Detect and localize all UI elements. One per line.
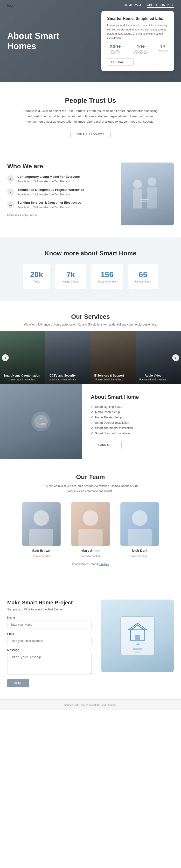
who-image bbox=[121, 162, 174, 225]
about-sh-item-2: Home Theater Setup bbox=[91, 416, 172, 419]
hero-stat-lbl-1: YEARS OF EXPERIENCE bbox=[129, 50, 153, 55]
svg-point-14 bbox=[83, 510, 98, 526]
hero-stat-lbl-2: AWARDS bbox=[158, 50, 168, 52]
who-item-0-desc: Sample text. Click to select the Text El… bbox=[17, 180, 80, 184]
see-all-products-button[interactable]: SEE ALL PRODUCTS bbox=[70, 130, 111, 138]
who-freepik: Image from Freepik Freepik bbox=[7, 214, 113, 216]
name-input[interactable] bbox=[7, 621, 92, 629]
svg-rect-4 bbox=[140, 199, 149, 200]
avatar-nick bbox=[120, 502, 159, 546]
about-sh-illustration: ⌂ SMART bbox=[29, 407, 53, 436]
hero-stat-lbl-0: HAPPY CLIENTS bbox=[107, 50, 123, 55]
team-member-nick: Nick Dark sales manager bbox=[118, 502, 161, 558]
who-item-0: 1 Contemporary Living Model For Everyone… bbox=[7, 175, 113, 184]
about-sh-heading: About Smart Home bbox=[91, 394, 172, 400]
service-title-1: CCTV and Security bbox=[49, 374, 77, 377]
contact-image: ((•)) bbox=[101, 599, 174, 672]
know-stat-num-1: 7k bbox=[62, 270, 79, 279]
contact-us-button[interactable]: CONTACT US bbox=[107, 59, 134, 66]
svg-point-1 bbox=[133, 180, 142, 189]
slider-prev-button[interactable]: ‹ bbox=[2, 354, 9, 361]
message-label: Message bbox=[7, 648, 92, 652]
avatar-mary bbox=[71, 502, 110, 546]
svg-rect-12 bbox=[29, 529, 53, 546]
who-item-2-desc: Sample text. Click to select the Text El… bbox=[17, 205, 81, 210]
who-num-0: 1 bbox=[7, 175, 14, 182]
email-label: Email bbox=[7, 632, 92, 636]
navbar: logo HOME PAGE ABOUT COMPANY bbox=[0, 0, 181, 11]
hero-stat-exp: 10+ YEARS OF EXPERIENCE bbox=[129, 44, 153, 55]
who-text: Who We are 1 Contemporary Living Model F… bbox=[7, 162, 113, 216]
service-card-text-1: CCTV and Security Ut enim ad minim venia… bbox=[49, 374, 77, 381]
about-sh-item-0: Smart Lighting Setup bbox=[91, 405, 172, 408]
svg-rect-23 bbox=[135, 634, 140, 640]
svg-point-17 bbox=[132, 510, 147, 526]
contact-illustration: ((•)) bbox=[116, 612, 159, 660]
bob-avatar-img bbox=[22, 502, 61, 546]
who-item-2-title: Building Services & Consumer Electronics bbox=[17, 201, 81, 204]
who-heading: Who We are bbox=[7, 162, 113, 170]
who-image-inner bbox=[121, 162, 174, 225]
hero-stat-awards: 17 AWARDS bbox=[158, 44, 168, 55]
slider-next-button[interactable]: › bbox=[172, 354, 179, 361]
service-desc-3: Ut enim ad minim veniam. bbox=[139, 378, 167, 381]
hero-stats: 300+ HAPPY CLIENTS 10+ YEARS OF EXPERIEN… bbox=[107, 44, 168, 55]
who-item-2-content: Building Services & Consumer Electronics… bbox=[17, 201, 81, 210]
avatar-bob bbox=[22, 502, 61, 546]
mary-name: Mary Smith bbox=[69, 549, 112, 553]
team-member-bob: Bob Brown creative leader bbox=[20, 502, 63, 558]
know-stat-1: 7k Happy Clients bbox=[55, 264, 86, 289]
footer: Sample text. Click to select the Text El… bbox=[0, 700, 181, 710]
contact-heading: Make Smart Home Project bbox=[7, 599, 92, 606]
services-track: Smart Home & Automation Ut enim ad minim… bbox=[0, 331, 181, 384]
learn-more-button[interactable]: LEARN MORE bbox=[91, 441, 122, 449]
hero-stat-num-2: 17 bbox=[158, 44, 168, 50]
know-stat-0: 20k Tasks bbox=[23, 264, 50, 289]
hero-section: About Smart Homes Smarter Home. Simplifi… bbox=[0, 0, 181, 82]
contact-section: Make Smart Home Project Sample text. Cli… bbox=[0, 587, 181, 700]
message-input[interactable] bbox=[7, 653, 92, 675]
send-button[interactable]: SEND bbox=[7, 679, 29, 687]
name-label: Name bbox=[7, 616, 92, 619]
team-freepik-link[interactable]: Freepik bbox=[100, 562, 109, 566]
service-desc-0: Ut enim ad minim veniam. bbox=[3, 378, 40, 381]
hero-card: Smarter Home. Simplified Life. Lorem ips… bbox=[101, 11, 174, 71]
svg-rect-15 bbox=[78, 529, 103, 546]
service-card-2: IT Services & Support Ut enim ad minim v… bbox=[90, 331, 136, 384]
hero-content: About Smart Homes bbox=[7, 31, 80, 51]
know-stat-lbl-2: Cups of Coffee bbox=[98, 280, 116, 283]
service-desc-2: Ut enim ad minim veniam. bbox=[94, 378, 124, 381]
contact-form: Make Smart Home Project Sample text. Cli… bbox=[7, 599, 92, 687]
service-card-bg-2: IT Services & Support Ut enim ad minim v… bbox=[90, 331, 136, 384]
team-desc: Ut enim ad minim veniam, quis nostrud ex… bbox=[40, 484, 141, 494]
service-card-text-2: IT Services & Support Ut enim ad minim v… bbox=[94, 374, 124, 381]
services-desc: We offer a full range of home automation… bbox=[7, 323, 174, 326]
know-stats: 20k Tasks 7k Happy Clients 156 Cups of C… bbox=[7, 264, 174, 289]
services-section: Our Services We offer a full range of ho… bbox=[0, 301, 181, 384]
nav-home[interactable]: HOME PAGE bbox=[124, 3, 142, 8]
hero-stat-clients: 300+ HAPPY CLIENTS bbox=[107, 44, 123, 55]
freepik-link[interactable]: Freepik bbox=[29, 214, 37, 216]
team-heading: Our Team bbox=[7, 473, 174, 481]
message-field: Message bbox=[7, 648, 92, 676]
service-title-2: IT Services & Support bbox=[94, 374, 124, 377]
nav-logo: logo bbox=[7, 3, 14, 8]
who-image-illustration bbox=[130, 175, 164, 213]
hero-card-body: Lorem ipsum dolor sit amet, consectetur … bbox=[107, 23, 168, 40]
know-stat-num-2: 156 bbox=[98, 270, 116, 279]
nav-about[interactable]: ABOUT COMPANY bbox=[147, 3, 174, 8]
email-input[interactable] bbox=[7, 637, 92, 645]
know-stat-num-3: 65 bbox=[135, 270, 151, 279]
who-item-1-desc: Sample text. Click to select the Text El… bbox=[17, 192, 84, 197]
mary-avatar-img bbox=[71, 502, 110, 546]
nav-links: HOME PAGE ABOUT COMPANY bbox=[124, 3, 174, 8]
bob-role: creative leader bbox=[33, 555, 50, 557]
who-item-0-title: Contemporary Living Model For Everyone bbox=[17, 175, 80, 179]
trust-heading: People Trust Us bbox=[14, 97, 167, 104]
who-item-0-content: Contemporary Living Model For Everyone S… bbox=[17, 175, 80, 184]
about-sh-item-1: Media Room Setup bbox=[91, 410, 172, 414]
know-stat-num-0: 20k bbox=[30, 270, 43, 279]
svg-text:⌂: ⌂ bbox=[40, 416, 42, 421]
service-card-text-0: Smart Home & Automation Ut enim ad minim… bbox=[3, 374, 40, 381]
service-desc-1: Ut enim ad minim veniam. bbox=[49, 378, 77, 381]
